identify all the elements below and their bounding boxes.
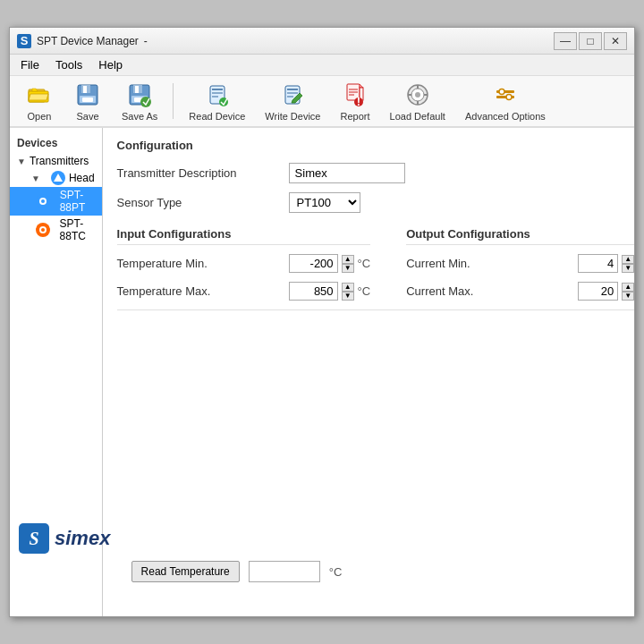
- temp-max-unit: °C: [358, 284, 371, 298]
- saveas-label: Save As: [122, 111, 157, 122]
- section-title: Configuration: [117, 139, 634, 152]
- temp-min-label: Temperature Min.: [117, 257, 278, 270]
- current-max-label: Current Max.: [406, 284, 567, 298]
- spt88pt-label: SPT-88PT: [60, 189, 95, 214]
- loaddefault-icon: [403, 80, 432, 109]
- current-max-down-button[interactable]: ▼: [622, 292, 634, 301]
- logo-icon: S: [19, 523, 49, 554]
- head-label: Head: [69, 172, 95, 184]
- readdevice-label: Read Device: [189, 111, 245, 122]
- expand-icon-head: ▼: [31, 174, 40, 183]
- temp-max-row: Temperature Max. ▲ ▼ °C: [117, 282, 371, 301]
- spt88tc-node-icon: [36, 223, 50, 237]
- current-min-label: Current Min.: [406, 257, 567, 270]
- temp-max-down-button[interactable]: ▼: [342, 292, 354, 301]
- temp-min-input[interactable]: [289, 254, 338, 273]
- save-button[interactable]: Save: [65, 76, 110, 126]
- writedevice-button[interactable]: Write Device: [257, 76, 328, 126]
- readdevice-icon: [203, 80, 232, 109]
- menu-tools[interactable]: Tools: [48, 56, 89, 73]
- advancedoptions-label: Advanced Options: [465, 111, 546, 122]
- temp-max-up-button[interactable]: ▲: [342, 283, 354, 292]
- report-button[interactable]: ! Report: [333, 76, 378, 126]
- current-min-down-button[interactable]: ▼: [622, 264, 634, 273]
- temp-max-spinner-btns: ▲ ▼: [342, 283, 354, 301]
- current-max-row: Current Max. ▲ ▼ mA: [406, 282, 634, 301]
- input-config-col: Input Configurations Temperature Min. ▲ …: [117, 227, 371, 309]
- temp-min-up-button[interactable]: ▲: [342, 255, 354, 264]
- tree-item-transmitters[interactable]: ▼ Transmitters: [10, 153, 102, 169]
- svg-rect-6: [82, 97, 93, 102]
- sensor-type-select[interactable]: PT100 PT1000 NTC: [289, 192, 360, 213]
- config-columns: Input Configurations Temperature Min. ▲ …: [117, 227, 634, 309]
- current-max-spinner-btns: ▲ ▼: [622, 283, 634, 301]
- tree-item-spt88pt[interactable]: SPT-88PT: [10, 187, 102, 216]
- main-area: Devices ▼ Transmitters ▼ Head: [10, 128, 634, 616]
- menu-help[interactable]: Help: [91, 56, 130, 73]
- svg-point-25: [499, 89, 504, 95]
- temp-min-spinner-btns: ▲ ▼: [342, 255, 354, 273]
- spt88pt-node-icon: [36, 194, 50, 208]
- tree-item-head[interactable]: ▼ Head: [10, 169, 102, 187]
- current-min-input[interactable]: [578, 254, 618, 273]
- loaddefault-button[interactable]: Load Default: [382, 76, 453, 126]
- report-label: Report: [341, 111, 370, 122]
- read-temperature-bar: Read Temperature °C: [117, 309, 634, 591]
- temp-max-label: Temperature Max.: [117, 284, 278, 298]
- read-temperature-button[interactable]: Read Temperature: [131, 561, 240, 582]
- toolbar: Open Save: [10, 76, 634, 128]
- read-temp-unit: °C: [329, 565, 343, 579]
- menu-file[interactable]: File: [13, 56, 47, 73]
- save-icon: [73, 80, 102, 109]
- svg-point-26: [506, 95, 512, 100]
- close-button[interactable]: ✕: [604, 32, 627, 50]
- current-min-spinner: ▲ ▼ mA: [578, 254, 634, 273]
- open-icon: [25, 80, 54, 109]
- transmitter-desc-input[interactable]: [289, 163, 405, 183]
- title-bar: S SPT Device Manager - — □ ✕: [10, 28, 634, 55]
- svg-point-12: [140, 97, 151, 107]
- temp-min-down-button[interactable]: ▼: [342, 264, 354, 273]
- svg-point-28: [41, 199, 45, 203]
- content-area: Configuration Transmitter Description Se…: [103, 128, 634, 616]
- svg-point-30: [41, 228, 45, 232]
- maximize-button[interactable]: □: [579, 32, 602, 50]
- tree-item-spt88tc[interactable]: SPT-88TC: [10, 216, 102, 244]
- logo-letter: S: [29, 529, 38, 549]
- current-min-row: Current Min. ▲ ▼ mA: [406, 254, 634, 273]
- temp-max-input[interactable]: [289, 282, 338, 301]
- temperature-display[interactable]: [249, 561, 320, 582]
- temp-min-row: Temperature Min. ▲ ▼ °C: [117, 254, 371, 273]
- advancedoptions-icon: [491, 80, 520, 109]
- readdevice-button[interactable]: Read Device: [181, 76, 253, 126]
- current-max-up-button[interactable]: ▲: [622, 283, 634, 292]
- minimize-button[interactable]: —: [554, 32, 577, 50]
- temp-min-unit: °C: [358, 257, 371, 270]
- input-config-title: Input Configurations: [117, 227, 371, 245]
- transmitter-desc-row: Transmitter Description: [117, 163, 634, 183]
- current-max-spinner: ▲ ▼ mA: [578, 282, 634, 301]
- transmitters-label: Transmitters: [30, 155, 89, 167]
- loaddefault-label: Load Default: [390, 111, 445, 122]
- open-button[interactable]: Open: [17, 76, 62, 126]
- current-min-spinner-btns: ▲ ▼: [622, 255, 634, 273]
- writedevice-icon: [278, 80, 307, 109]
- open-label: Open: [28, 111, 52, 122]
- current-max-input[interactable]: [578, 282, 618, 301]
- logo-text: simex: [55, 527, 110, 550]
- svg-point-22: [415, 92, 420, 97]
- svg-rect-9: [135, 86, 139, 93]
- advancedoptions-button[interactable]: Advanced Options: [457, 76, 554, 126]
- svg-rect-4: [83, 86, 87, 93]
- save-label: Save: [76, 111, 98, 122]
- svg-text:!: !: [357, 95, 360, 107]
- current-min-up-button[interactable]: ▲: [622, 255, 634, 264]
- output-config-title: Output Configurations: [406, 227, 634, 245]
- simex-logo: S simex: [19, 523, 110, 554]
- main-window: S SPT Device Manager - — □ ✕ File Tools …: [9, 27, 635, 617]
- saveas-button[interactable]: Save As: [114, 76, 165, 126]
- window-title: SPT Device Manager: [37, 35, 139, 47]
- transmitter-desc-label: Transmitter Description: [117, 166, 278, 180]
- sidebar-title: Devices: [10, 133, 102, 153]
- app-icon: S: [17, 34, 31, 48]
